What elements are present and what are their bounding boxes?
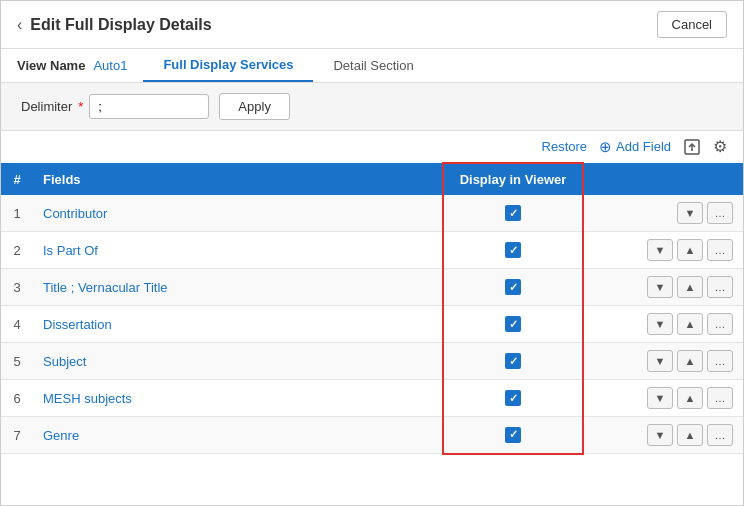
move-up-button[interactable]: ▲ bbox=[677, 313, 703, 335]
toolbar-row: Restore ⊕ Add Field ⚙ bbox=[1, 131, 743, 162]
row-field-name: Genre bbox=[33, 417, 443, 454]
more-options-button[interactable]: … bbox=[707, 276, 733, 298]
move-down-button[interactable]: ▼ bbox=[677, 202, 703, 224]
row-num: 4 bbox=[1, 306, 33, 343]
tab-detail-section[interactable]: Detail Section bbox=[313, 50, 433, 81]
row-action-cell: ▼ ▲ … bbox=[583, 306, 743, 343]
table-body: 1 Contributor ▼ … 2 Is Part Of ▼ ▲ bbox=[1, 195, 743, 454]
table-row: 6 MESH subjects ▼ ▲ … bbox=[1, 380, 743, 417]
row-field-name: MESH subjects bbox=[33, 380, 443, 417]
display-checkbox[interactable] bbox=[505, 353, 521, 369]
table-row: 4 Dissertation ▼ ▲ … bbox=[1, 306, 743, 343]
row-action-cell: ▼ ▲ … bbox=[583, 269, 743, 306]
view-name-label: View Name bbox=[17, 50, 85, 81]
row-display-checkbox-cell bbox=[443, 306, 583, 343]
row-field-name: Title ; Vernacular Title bbox=[33, 269, 443, 306]
restore-button[interactable]: Restore bbox=[542, 139, 588, 154]
row-display-checkbox-cell bbox=[443, 269, 583, 306]
row-action-cell: ▼ ▲ … bbox=[583, 343, 743, 380]
display-checkbox[interactable] bbox=[505, 427, 521, 443]
row-display-checkbox-cell bbox=[443, 343, 583, 380]
table-row: 5 Subject ▼ ▲ … bbox=[1, 343, 743, 380]
settings-button[interactable]: ⚙ bbox=[713, 137, 727, 156]
export-button[interactable] bbox=[683, 138, 701, 156]
view-name-value: Auto1 bbox=[93, 50, 143, 81]
row-action-cell: ▼ ▲ … bbox=[583, 417, 743, 454]
more-options-button[interactable]: … bbox=[707, 202, 733, 224]
more-options-button[interactable]: … bbox=[707, 350, 733, 372]
display-checkbox[interactable] bbox=[505, 205, 521, 221]
add-field-button[interactable]: ⊕ Add Field bbox=[599, 138, 671, 156]
row-field-name: Dissertation bbox=[33, 306, 443, 343]
row-num: 2 bbox=[1, 232, 33, 269]
add-field-label: Add Field bbox=[616, 139, 671, 154]
col-fields: Fields bbox=[33, 163, 443, 195]
tab-bar: View Name Auto1 Full Display Services De… bbox=[1, 49, 743, 83]
table-header-row: # Fields Display in Viewer bbox=[1, 163, 743, 195]
page-header: ‹ Edit Full Display Details Cancel bbox=[1, 1, 743, 49]
required-star: * bbox=[78, 99, 83, 114]
delimiter-label: Delimiter bbox=[21, 99, 72, 114]
table-row: 2 Is Part Of ▼ ▲ … bbox=[1, 232, 743, 269]
move-down-button[interactable]: ▼ bbox=[647, 239, 673, 261]
move-up-button[interactable]: ▲ bbox=[677, 387, 703, 409]
col-num: # bbox=[1, 163, 33, 195]
row-display-checkbox-cell bbox=[443, 195, 583, 232]
page-title: Edit Full Display Details bbox=[30, 16, 211, 34]
row-num: 6 bbox=[1, 380, 33, 417]
move-down-button[interactable]: ▼ bbox=[647, 350, 673, 372]
move-up-button[interactable]: ▲ bbox=[677, 424, 703, 446]
move-down-button[interactable]: ▼ bbox=[647, 387, 673, 409]
row-display-checkbox-cell bbox=[443, 380, 583, 417]
col-actions bbox=[583, 163, 743, 195]
row-action-cell: ▼ ▲ … bbox=[583, 232, 743, 269]
move-up-button[interactable]: ▲ bbox=[677, 350, 703, 372]
fields-table: # Fields Display in Viewer 1 Contributor… bbox=[1, 162, 743, 455]
row-action-cell: ▼ ▲ … bbox=[583, 380, 743, 417]
table-row: 3 Title ; Vernacular Title ▼ ▲ … bbox=[1, 269, 743, 306]
move-up-button[interactable]: ▲ bbox=[677, 239, 703, 261]
row-field-name: Contributor bbox=[33, 195, 443, 232]
cancel-button[interactable]: Cancel bbox=[657, 11, 727, 38]
display-checkbox[interactable] bbox=[505, 242, 521, 258]
display-checkbox[interactable] bbox=[505, 390, 521, 406]
delimiter-input[interactable] bbox=[89, 94, 209, 119]
row-num: 3 bbox=[1, 269, 33, 306]
move-up-button[interactable]: ▲ bbox=[677, 276, 703, 298]
row-display-checkbox-cell bbox=[443, 232, 583, 269]
row-display-checkbox-cell bbox=[443, 417, 583, 454]
row-num: 1 bbox=[1, 195, 33, 232]
table-row: 1 Contributor ▼ … bbox=[1, 195, 743, 232]
back-button[interactable]: ‹ bbox=[17, 16, 22, 34]
header-left: ‹ Edit Full Display Details bbox=[17, 16, 212, 34]
row-field-name: Subject bbox=[33, 343, 443, 380]
move-down-button[interactable]: ▼ bbox=[647, 313, 673, 335]
tab-full-display-services[interactable]: Full Display Services bbox=[143, 49, 313, 82]
plus-icon: ⊕ bbox=[599, 138, 612, 156]
more-options-button[interactable]: … bbox=[707, 239, 733, 261]
more-options-button[interactable]: … bbox=[707, 313, 733, 335]
row-field-name: Is Part Of bbox=[33, 232, 443, 269]
move-down-button[interactable]: ▼ bbox=[647, 276, 673, 298]
col-display-in-viewer: Display in Viewer bbox=[443, 163, 583, 195]
row-num: 5 bbox=[1, 343, 33, 380]
display-checkbox[interactable] bbox=[505, 316, 521, 332]
move-down-button[interactable]: ▼ bbox=[647, 424, 673, 446]
more-options-button[interactable]: … bbox=[707, 387, 733, 409]
table-row: 7 Genre ▼ ▲ … bbox=[1, 417, 743, 454]
display-checkbox[interactable] bbox=[505, 279, 521, 295]
fields-table-container: # Fields Display in Viewer 1 Contributor… bbox=[1, 162, 743, 492]
apply-button[interactable]: Apply bbox=[219, 93, 290, 120]
gear-icon: ⚙ bbox=[713, 137, 727, 156]
row-action-cell: ▼ … bbox=[583, 195, 743, 232]
more-options-button[interactable]: … bbox=[707, 424, 733, 446]
row-num: 7 bbox=[1, 417, 33, 454]
delimiter-row: Delimiter * Apply bbox=[1, 83, 743, 131]
export-icon bbox=[683, 138, 701, 156]
